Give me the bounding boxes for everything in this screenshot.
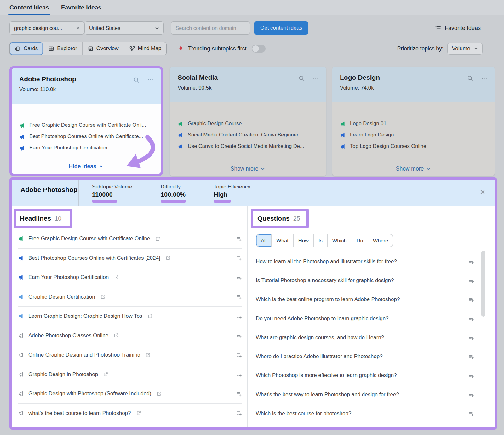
more-menu-icon[interactable] bbox=[312, 75, 319, 82]
show-more-link[interactable]: Show more bbox=[332, 165, 495, 172]
stat-value: 110000 bbox=[92, 191, 147, 198]
add-to-list-icon[interactable] bbox=[468, 277, 475, 284]
add-to-list-icon[interactable] bbox=[468, 334, 475, 341]
stat-label: Difficulty bbox=[161, 184, 200, 190]
clear-keyword-icon[interactable] bbox=[76, 26, 80, 31]
stat-value: 100.00% bbox=[161, 191, 200, 198]
idea-item[interactable]: Use Canva to Create Social Media Marketi… bbox=[178, 143, 318, 150]
search-icon[interactable] bbox=[298, 75, 305, 82]
add-to-list-icon[interactable] bbox=[236, 410, 242, 416]
search-icon[interactable] bbox=[133, 77, 140, 83]
search-icon[interactable] bbox=[467, 75, 473, 82]
keyword-input[interactable]: graphic design cou... bbox=[9, 21, 84, 35]
filter-how[interactable]: How bbox=[293, 234, 313, 247]
external-link-icon[interactable] bbox=[136, 410, 141, 416]
tab-favorite-ideas[interactable]: Favorite Ideas bbox=[61, 0, 101, 15]
view-mindmap-button[interactable]: Mind Map bbox=[124, 42, 167, 55]
add-to-list-icon[interactable] bbox=[468, 372, 475, 379]
add-to-list-icon[interactable] bbox=[236, 293, 242, 300]
headline-text[interactable]: what's the best course to learn Photosho… bbox=[28, 410, 131, 416]
headline-text[interactable]: Best Photoshop Courses Online with Certi… bbox=[28, 255, 160, 261]
question-text[interactable]: Is Tutorial Photoshop a necessary skill … bbox=[256, 277, 394, 284]
question-text[interactable]: What are graphic design courses, and how… bbox=[256, 334, 384, 341]
country-select[interactable]: United States bbox=[84, 21, 164, 35]
headline-text[interactable]: Learn Graphic Design: Graphic Design How… bbox=[28, 313, 142, 319]
headline-text[interactable]: Graphic Design Certification bbox=[28, 294, 95, 300]
headline-row: Learn Graphic Design: Graphic Design How… bbox=[18, 307, 242, 326]
filter-what[interactable]: What bbox=[271, 234, 293, 247]
add-to-list-icon[interactable] bbox=[236, 371, 242, 378]
external-link-icon[interactable] bbox=[145, 352, 151, 358]
question-text[interactable]: Do you need Adobe Photoshop to learn gra… bbox=[256, 316, 389, 322]
external-link-icon[interactable] bbox=[100, 294, 106, 299]
filter-which[interactable]: Which bbox=[327, 234, 352, 247]
more-menu-icon[interactable] bbox=[147, 77, 154, 83]
add-to-list-icon[interactable] bbox=[236, 352, 242, 358]
question-text[interactable]: Which Photoshop is more effective to lea… bbox=[256, 372, 397, 379]
external-link-icon[interactable] bbox=[147, 314, 153, 319]
idea-item[interactable]: Top Logo Design Courses Online bbox=[340, 143, 487, 150]
idea-item[interactable]: Graphic Design Course bbox=[178, 120, 318, 127]
tab-content-ideas-label: Content Ideas bbox=[9, 4, 49, 11]
add-to-list-icon[interactable] bbox=[468, 258, 475, 265]
question-text[interactable]: Where do I practice Adobe illustrator an… bbox=[256, 353, 383, 360]
headline-text[interactable]: Online Graphic Design and Photoshop Trai… bbox=[28, 352, 140, 358]
show-more-link[interactable]: Show more bbox=[170, 165, 326, 172]
question-text[interactable]: How to learn all the Photoshop and illus… bbox=[256, 258, 397, 265]
add-to-list-icon[interactable] bbox=[236, 255, 242, 261]
headline-text[interactable]: Free Graphic Design Course with Certific… bbox=[28, 235, 150, 242]
close-icon[interactable] bbox=[479, 188, 486, 195]
add-to-list-icon[interactable] bbox=[468, 315, 475, 322]
more-menu-icon[interactable] bbox=[481, 75, 488, 82]
headlines-list: Free Graphic Design Course with Certific… bbox=[18, 229, 242, 423]
trending-toggle[interactable] bbox=[252, 45, 266, 53]
view-cards-button[interactable]: Cards bbox=[10, 42, 43, 55]
show-more-label: Show more bbox=[231, 165, 259, 172]
external-link-icon[interactable] bbox=[165, 255, 171, 261]
external-link-icon[interactable] bbox=[156, 391, 162, 397]
idea-item[interactable]: Earn Your Photoshop Certification bbox=[19, 145, 153, 151]
add-to-list-icon[interactable] bbox=[236, 332, 242, 339]
add-to-list-icon[interactable] bbox=[236, 235, 242, 242]
headline-text[interactable]: Adobe Photoshop Classes Online bbox=[28, 333, 108, 339]
external-link-icon[interactable] bbox=[103, 372, 108, 377]
add-to-list-icon[interactable] bbox=[468, 410, 475, 417]
headline-text[interactable]: Graphic Design with Photoshop (Software … bbox=[28, 391, 151, 397]
headlines-count: 10 bbox=[54, 215, 61, 222]
add-to-list-icon[interactable] bbox=[236, 274, 242, 281]
view-overview-button[interactable]: Overview bbox=[82, 42, 124, 55]
add-to-list-icon[interactable] bbox=[468, 296, 475, 303]
headline-row: Graphic Design Certification bbox=[18, 287, 242, 307]
add-to-list-icon[interactable] bbox=[236, 391, 242, 397]
idea-item[interactable]: Social Media Content Creation: Canva Beg… bbox=[178, 132, 318, 138]
question-text[interactable]: What's the best way to learn Photoshop a… bbox=[256, 392, 399, 398]
headline-text[interactable]: Graphic Design in Photoshop bbox=[28, 371, 98, 378]
add-to-list-icon[interactable] bbox=[468, 353, 475, 360]
hide-ideas-link[interactable]: Hide ideas bbox=[12, 163, 161, 170]
filter-all[interactable]: All bbox=[256, 234, 271, 247]
tab-content-ideas[interactable]: Content Ideas bbox=[9, 0, 49, 15]
idea-item[interactable]: Best Photoshop Courses Online with Certi… bbox=[19, 133, 153, 140]
filter-do[interactable]: Do bbox=[352, 234, 368, 247]
get-content-ideas-button[interactable]: Get content ideas bbox=[254, 21, 308, 35]
idea-item[interactable]: Logo Design 01 bbox=[340, 120, 487, 127]
headline-text[interactable]: Earn Your Photoshop Certification bbox=[28, 274, 109, 281]
idea-item[interactable]: Free Graphic Design Course with Certific… bbox=[19, 122, 153, 129]
favorite-ideas-link[interactable]: Favorite Ideas bbox=[435, 21, 481, 35]
add-to-list-icon[interactable] bbox=[236, 313, 242, 320]
prioritize-select[interactable]: Volume bbox=[447, 43, 483, 55]
stat-topic-efficiency: Topic Efficiency High bbox=[200, 180, 276, 206]
question-text[interactable]: Which is the best course for photoshop? bbox=[256, 410, 351, 417]
questions-scrollbar[interactable] bbox=[481, 251, 485, 317]
filter-where[interactable]: Where bbox=[368, 234, 393, 247]
external-link-icon[interactable] bbox=[114, 275, 119, 280]
idea-item[interactable]: Learn Logo Design bbox=[340, 132, 487, 138]
add-to-list-icon[interactable] bbox=[468, 391, 475, 398]
domain-search-input[interactable]: Search content on domain bbox=[171, 21, 250, 35]
external-link-icon[interactable] bbox=[155, 236, 160, 241]
filter-is[interactable]: Is bbox=[313, 234, 327, 247]
view-explorer-button[interactable]: Explorer bbox=[43, 42, 82, 55]
question-text[interactable]: Which is the best online program to lear… bbox=[256, 296, 400, 303]
external-link-icon[interactable] bbox=[113, 333, 119, 338]
megaphone-icon bbox=[19, 134, 26, 140]
